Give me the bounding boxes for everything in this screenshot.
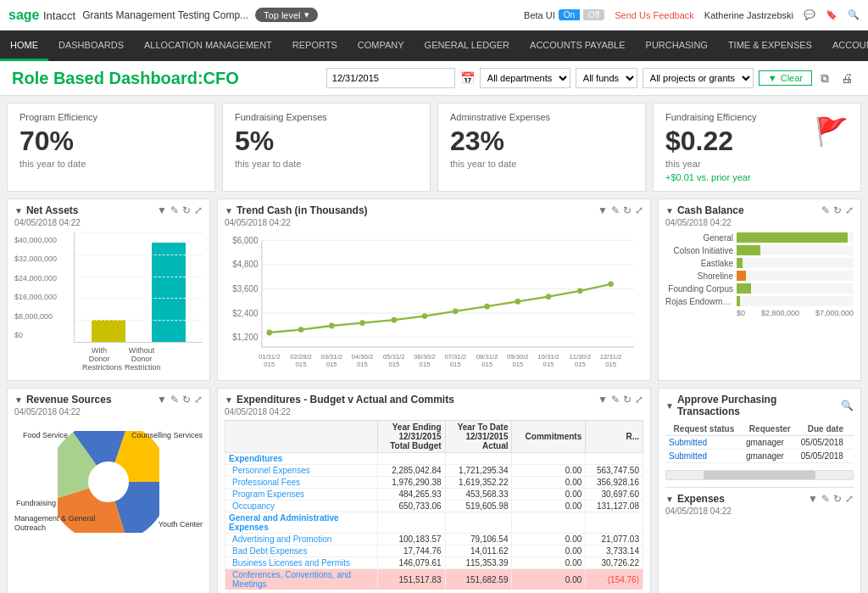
- filter-icon[interactable]: ▼: [157, 204, 167, 216]
- nav-dashboards[interactable]: DASHBOARDS: [48, 31, 134, 61]
- search-icon[interactable]: 🔍: [841, 400, 854, 411]
- nav-reports[interactable]: REPORTS: [282, 31, 348, 61]
- print-icon[interactable]: 🖨: [837, 70, 856, 87]
- edit-icon[interactable]: ✎: [611, 394, 620, 406]
- approve-row-2: Submitted gmanager 05/05/2018: [665, 450, 854, 463]
- exp-row-expenditures-budget: [378, 453, 446, 465]
- cash-balance-header: ▼ Cash Balance ✎ ↻ ⤢: [665, 204, 854, 216]
- date-filter[interactable]: [326, 68, 455, 88]
- trend-cash-collapse-icon[interactable]: ▼: [225, 206, 233, 215]
- page-controls: 📅 All departments All funds All projects…: [326, 68, 856, 88]
- refresh-icon[interactable]: ↻: [833, 493, 842, 505]
- approve-scrollbar[interactable]: [665, 470, 854, 480]
- approve-col-status: Request status: [665, 422, 743, 436]
- filter-icon[interactable]: ▼: [157, 394, 167, 406]
- refresh-icon[interactable]: ↻: [623, 394, 632, 406]
- svg-point-18: [453, 308, 459, 314]
- clear-button[interactable]: ▼ Clear: [759, 70, 812, 86]
- svg-text:015: 015: [512, 361, 523, 366]
- expenses-bottom-collapse-icon[interactable]: ▼: [665, 495, 674, 504]
- fund-filter[interactable]: All funds: [576, 68, 637, 88]
- exp-row-occupancy-r: 131,127.08: [586, 501, 643, 512]
- refresh-icon[interactable]: ↻: [623, 204, 632, 216]
- nav-time-expenses[interactable]: TIME & EXPENSES: [718, 31, 822, 61]
- svg-point-14: [329, 323, 335, 329]
- svg-text:02/28/2: 02/28/2: [290, 353, 312, 361]
- main-nav: HOME DASHBOARDS ALLOCATION MANAGEMENT RE…: [0, 31, 868, 61]
- expenditures-collapse-icon[interactable]: ▼: [225, 395, 233, 405]
- project-filter[interactable]: All projects or grants: [643, 68, 754, 88]
- nav-accounts-payable[interactable]: ACCOUNTS PAYABLE: [520, 31, 635, 61]
- nav-allocation[interactable]: ALLOCATION MANAGEMENT: [134, 31, 282, 61]
- revenue-sources-title: Revenue Sources: [26, 394, 112, 406]
- toggle-off[interactable]: Off: [583, 9, 604, 20]
- edit-icon[interactable]: ✎: [821, 493, 830, 505]
- exp-col-actual: Year To Date12/31/2015Actual: [445, 421, 512, 453]
- hbar-wrap-general: [737, 232, 854, 243]
- message-icon[interactable]: 💬: [804, 9, 815, 20]
- revenue-collapse-icon[interactable]: ▼: [14, 395, 23, 405]
- edit-icon[interactable]: ✎: [821, 204, 830, 216]
- svg-text:$2,400: $2,400: [232, 308, 259, 317]
- exp-row-general-admin-commits: [512, 512, 586, 534]
- bookmark-icon[interactable]: 🔖: [826, 9, 837, 20]
- exp-row-personnel-commits-zero: 0.00: [512, 465, 586, 477]
- svg-point-12: [266, 330, 272, 336]
- send-feedback-link[interactable]: Send Us Feedback: [615, 10, 694, 20]
- calendar-icon[interactable]: 📅: [460, 71, 475, 85]
- table-row: Expenditures: [225, 453, 643, 465]
- nav-purchasing[interactable]: PURCHASING: [636, 31, 718, 61]
- refresh-icon[interactable]: ↻: [833, 204, 842, 216]
- svg-point-17: [422, 313, 428, 319]
- nav-accounts-receivable[interactable]: ACCOUNTS RECEIVAB...: [822, 31, 868, 61]
- top-bar-right: Beta UI On Off Send Us Feedback Katherin…: [524, 9, 860, 20]
- edit-icon[interactable]: ✎: [170, 204, 179, 216]
- svg-text:015: 015: [481, 361, 492, 366]
- hbar-general: General: [665, 232, 854, 243]
- expand-icon[interactable]: ⤢: [635, 204, 643, 216]
- expand-icon[interactable]: ⤢: [845, 493, 854, 505]
- cash-balance-collapse-icon[interactable]: ▼: [665, 206, 674, 215]
- nav-general-ledger[interactable]: GENERAL LEDGER: [415, 31, 520, 61]
- flag-icon: 🚩: [815, 115, 849, 148]
- exp-row-program-zero: 0.00: [512, 489, 586, 501]
- edit-icon[interactable]: ✎: [611, 204, 620, 216]
- beta-label: Beta UI: [524, 10, 555, 20]
- expand-icon[interactable]: ⤢: [635, 394, 643, 406]
- trend-cash-svg: $6,000 $4,800 $3,600 $2,400 $1,200: [225, 231, 643, 366]
- svg-point-15: [359, 320, 365, 326]
- expand-icon[interactable]: ⤢: [845, 204, 854, 216]
- net-assets-collapse-icon[interactable]: ▼: [14, 206, 23, 215]
- filter-icon[interactable]: ▼: [598, 204, 608, 216]
- edit-icon[interactable]: ✎: [170, 394, 179, 406]
- toggle-on[interactable]: On: [559, 9, 580, 20]
- charts-row-2: ▼ Revenue Sources ▼ ✎ ↻ ⤢ 04/05/2018 04:…: [7, 388, 861, 593]
- expand-icon[interactable]: ⤢: [194, 204, 203, 216]
- table-row: Personnel Expenses 2,285,042.84 1,721,29…: [225, 465, 643, 477]
- top-level-button[interactable]: Top level ▾: [255, 8, 317, 22]
- expand-icon[interactable]: ⤢: [194, 394, 203, 406]
- refresh-icon[interactable]: ↻: [182, 394, 191, 406]
- search-icon[interactable]: 🔍: [848, 9, 860, 20]
- refresh-icon[interactable]: ↻: [182, 204, 191, 216]
- exp-row-expenditures-label: Expenditures: [225, 453, 378, 465]
- exp-col-commits: Commitments: [512, 421, 586, 453]
- department-filter[interactable]: All departments: [480, 68, 570, 88]
- approve-collapse-icon[interactable]: ▼: [665, 401, 674, 411]
- cash-balance-date: 04/05/2018 04:22: [665, 218, 854, 227]
- hbar-bar-founding: [737, 283, 751, 294]
- filter-icon[interactable]: ▼: [598, 394, 608, 406]
- hbar-label-eastlake: Eastlake: [665, 259, 733, 268]
- pie-label-management: Management & GeneralOutreach: [14, 514, 96, 533]
- nav-company[interactable]: COMPANY: [348, 31, 415, 61]
- filter-icon[interactable]: ▼: [808, 493, 818, 505]
- filter-icon: ▼: [768, 73, 777, 83]
- kpi-program-sub: this year to date: [19, 159, 203, 169]
- copy-icon[interactable]: ⧉: [817, 70, 832, 87]
- nav-home[interactable]: HOME: [0, 31, 48, 61]
- kpi-admin-value: 23%: [450, 126, 633, 157]
- kpi-program-label: Program Efficiency: [19, 112, 203, 122]
- exp-row-bad-debt-label: Bad Debt Expenses: [225, 545, 378, 557]
- hbar-wrap-colson: [737, 245, 854, 255]
- exp-row-personnel-actual: 1,721,295.34: [445, 465, 512, 477]
